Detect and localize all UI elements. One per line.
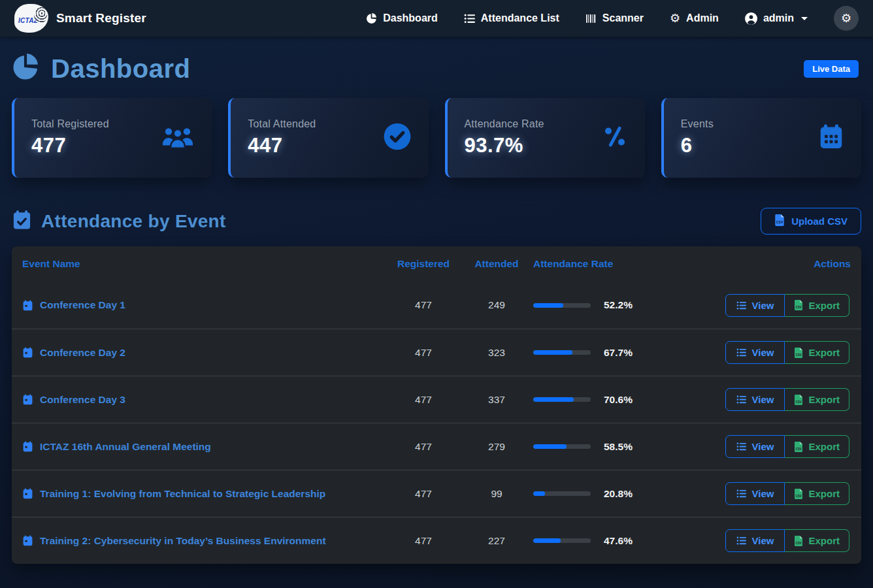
list-icon — [736, 395, 746, 404]
table-row: Training 1: Evolving from Technical to S… — [12, 470, 861, 517]
dashboard-pie-icon — [12, 54, 39, 84]
event-name: ICTAZ 16th Annual General Meeting — [40, 441, 211, 453]
upload-csv-button[interactable]: CSV Upload CSV — [761, 208, 861, 235]
export-button[interactable]: CSVExport — [785, 529, 849, 552]
registered-value: 477 — [387, 299, 460, 311]
export-button[interactable]: CSVExport — [785, 294, 849, 317]
logo-text: ICTAZ — [14, 17, 38, 33]
csv-file-icon: CSV — [794, 489, 803, 499]
export-button[interactable]: CSVExport — [785, 388, 849, 411]
svg-text:CSV: CSV — [796, 400, 802, 403]
user-menu[interactable]: admin — [745, 12, 808, 25]
list-icon — [736, 301, 746, 310]
table-header-row: Event Name Registered Attended Attendanc… — [12, 246, 861, 282]
attended-value: 337 — [460, 394, 533, 406]
csv-file-icon: CSV — [794, 395, 803, 405]
actions-cell: View CSVExport — [695, 529, 851, 552]
event-name-cell: Training 1: Evolving from Technical to S… — [22, 488, 387, 500]
rate-cell: 47.6% — [533, 535, 695, 547]
registered-value: 477 — [387, 441, 460, 453]
stat-label: Attendance Rate — [465, 118, 544, 130]
svg-text:CSV: CSV — [796, 353, 802, 356]
csv-file-icon: CSV — [794, 442, 803, 452]
nav-admin[interactable]: ⚙ Admin — [670, 12, 719, 24]
event-name-cell: ICTAZ 16th Annual General Meeting — [22, 441, 387, 453]
registered-value: 477 — [387, 347, 460, 359]
stat-card-total-attended: Total Attended 447 — [228, 98, 428, 178]
upload-csv-label: Upload CSV — [791, 216, 848, 227]
attended-value: 99 — [460, 488, 533, 500]
csv-file-icon: CSV — [794, 300, 803, 310]
rate-label: 58.5% — [604, 441, 633, 453]
actions-cell: View CSVExport — [695, 482, 851, 505]
stat-card-attendance-rate: Attendance Rate 93.7% — [445, 98, 645, 178]
view-button[interactable]: View — [725, 529, 785, 552]
export-button[interactable]: CSVExport — [785, 482, 849, 505]
export-button[interactable]: CSVExport — [785, 435, 849, 458]
stat-value: 477 — [31, 134, 109, 157]
progress-bar — [533, 397, 591, 402]
progress-fill — [533, 444, 567, 449]
view-button[interactable]: View — [725, 435, 785, 458]
barcode-icon — [585, 13, 597, 24]
nav-scanner[interactable]: Scanner — [585, 12, 644, 24]
brand[interactable]: ICTAZ Smart Register — [14, 4, 146, 33]
attendance-table: Event Name Registered Attended Attendanc… — [12, 246, 861, 564]
event-name-cell: Conference Day 3 — [22, 394, 387, 406]
attended-value: 279 — [460, 441, 533, 453]
attended-value: 323 — [460, 347, 533, 359]
nav-admin-label: Admin — [686, 12, 719, 24]
event-name-cell: Conference Day 2 — [22, 347, 387, 359]
svg-text:CSV: CSV — [796, 494, 802, 497]
view-button[interactable]: View — [725, 341, 785, 364]
stat-card-total-registered: Total Registered 477 — [12, 98, 212, 178]
actions-cell: View CSVExport — [695, 294, 851, 317]
list-icon — [736, 442, 746, 451]
event-name-cell: Conference Day 1 — [22, 299, 387, 311]
progress-fill — [533, 303, 563, 308]
attended-value: 227 — [460, 535, 533, 547]
nav-dashboard-label: Dashboard — [383, 12, 438, 24]
navbar: ICTAZ Smart Register Dashboard Attendanc… — [0, 0, 873, 37]
user-menu-label: admin — [763, 12, 794, 24]
nav-attendance-list[interactable]: Attendance List — [464, 12, 559, 24]
registered-value: 477 — [387, 394, 460, 406]
rate-label: 70.6% — [604, 394, 633, 406]
list-icon — [464, 13, 475, 24]
settings-button[interactable]: ⚙ — [834, 6, 859, 31]
rate-label: 67.7% — [604, 347, 633, 359]
nav-dashboard[interactable]: Dashboard — [366, 12, 438, 24]
stat-label: Total Registered — [31, 118, 109, 130]
table-row: Conference Day 1 477 249 52.2% View CSVE… — [12, 282, 861, 329]
section-header: Attendance by Event CSV Upload CSV — [12, 208, 861, 235]
rate-cell: 58.5% — [533, 441, 695, 453]
page-header: Dashboard Live Data — [12, 54, 861, 84]
rate-label: 47.6% — [604, 535, 633, 547]
progress-fill — [533, 491, 545, 496]
view-button[interactable]: View — [725, 388, 785, 411]
csv-file-icon: CSV — [774, 214, 785, 228]
col-event-name: Event Name — [22, 258, 387, 270]
section-title: Attendance by Event — [41, 211, 226, 232]
table-row: ICTAZ 16th Annual General Meeting 477 27… — [12, 423, 861, 470]
csv-file-icon: CSV — [794, 536, 803, 546]
calendar-event-icon — [22, 300, 33, 311]
export-button[interactable]: CSVExport — [785, 341, 849, 364]
stat-value: 6 — [681, 134, 714, 157]
view-button[interactable]: View — [725, 294, 785, 317]
gear-icon: ⚙ — [670, 12, 680, 24]
registered-value: 477 — [387, 535, 460, 547]
page-title: Dashboard — [51, 54, 190, 84]
view-button[interactable]: View — [725, 482, 785, 505]
calendar-event-icon — [22, 441, 33, 452]
svg-text:CSV: CSV — [796, 447, 802, 450]
progress-bar — [533, 350, 591, 355]
progress-bar — [533, 444, 591, 449]
calendar-event-icon — [22, 394, 33, 405]
calendar-event-icon — [22, 488, 33, 499]
progress-fill — [533, 350, 572, 355]
stat-card-events: Events 6 — [661, 98, 861, 178]
table-row: Conference Day 2 477 323 67.7% View CSVE… — [12, 329, 861, 376]
progress-fill — [533, 538, 561, 543]
nav-scanner-label: Scanner — [602, 12, 644, 24]
